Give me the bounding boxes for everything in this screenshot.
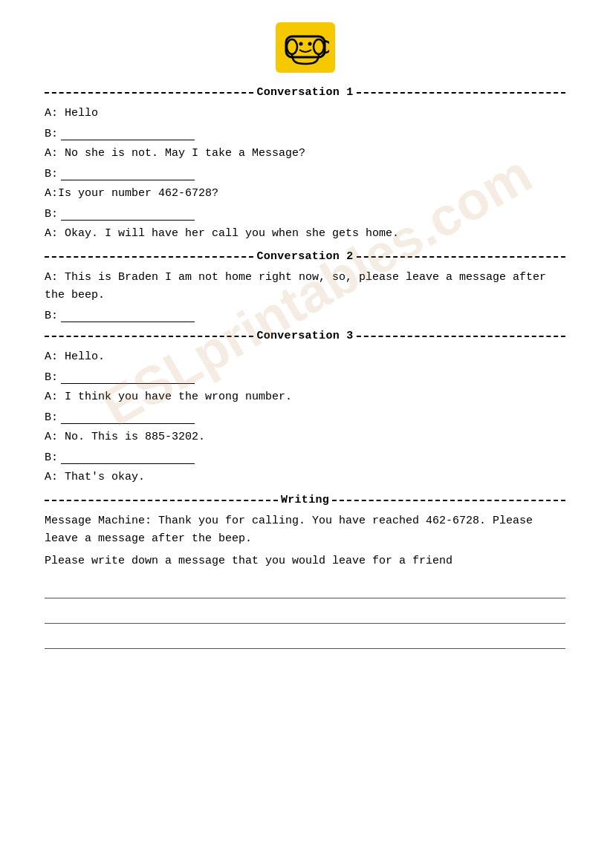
conv2-line1: A: This is Braden I am not home right no… [45,269,565,304]
conversation3-label: Conversation 3 [256,330,353,342]
conversation3-block: A: Hello. B: A: I think you have the wro… [45,348,565,486]
writing-instruction: Please write down a message that you wou… [45,552,565,570]
writing-line-3[interactable] [45,628,565,649]
conv1-speaker5: A: [45,187,58,200]
conv1-speaker4: B: [45,168,58,180]
svg-point-4 [308,42,311,46]
divider-line-right [357,92,565,94]
svg-point-3 [299,42,302,46]
conv3-line1: A: Hello. [45,348,565,366]
header [45,22,565,73]
conv3-text3: I think you have the wrong number. [65,391,292,403]
divider-line-right3 [357,336,565,337]
writing-divider-left [45,500,278,501]
conv3-speaker1: A: [45,350,65,363]
conv2-line2: B: [45,309,565,322]
svg-point-2 [314,39,324,54]
conv1-speaker2: B: [45,128,58,140]
svg-point-1 [287,39,297,54]
conversation1-label: Conversation 1 [256,86,353,99]
conv3-blank1[interactable] [61,371,195,384]
conv3-speaker5: A: [45,431,65,443]
conv1-text7: Okay. I will have her call you when she … [65,227,399,240]
conv3-blank2[interactable] [61,411,195,424]
conv3-line6: B: [45,451,565,464]
conversation1-divider: Conversation 1 [45,86,565,99]
conv3-text5: No. This is 885-3202. [65,431,205,443]
conv3-text1: Hello. [65,350,105,363]
conversation2-label: Conversation 2 [256,250,353,263]
conv1-speaker1: A: [45,107,65,120]
conv3-line3: A: I think you have the wrong number. [45,388,565,406]
writing-divider: Writing [45,494,565,506]
conversation2-block: A: This is Braden I am not home right no… [45,269,565,322]
conv1-speaker3: A: [45,147,65,160]
conv3-line4: B: [45,411,565,424]
conv1-line1: A: Hello [45,105,565,123]
divider-line-left [45,92,253,94]
conv1-text3: No she is not. May I take a Message? [65,147,305,160]
conversation3-divider: Conversation 3 [45,330,565,342]
conv1-line2: B: [45,127,565,140]
conv1-speaker7: A: [45,227,65,240]
conv1-text5: Is your number 462-6728? [58,187,218,200]
conv3-blank3[interactable] [61,451,195,464]
conv1-blank1[interactable] [61,127,195,140]
conv1-speaker6: B: [45,208,58,221]
conv3-speaker2: B: [45,371,58,384]
conv1-line6: B: [45,207,565,221]
conv1-line4: B: [45,167,565,180]
conv2-text1: This is Braden I am not home right now, … [45,271,546,301]
conv1-text1: Hello [65,107,98,120]
writing-section: Message Machine: Thank you for calling. … [45,512,565,649]
divider-line-left2 [45,256,253,258]
conv2-speaker2: B: [45,310,58,322]
conv3-text7: That's okay. [65,471,145,483]
telephone-icon [276,22,335,73]
conversation2-divider: Conversation 2 [45,250,565,263]
conv3-speaker4: B: [45,411,58,424]
conv1-blank3[interactable] [61,207,195,221]
writing-line-2[interactable] [45,603,565,624]
divider-line-left3 [45,336,253,337]
writing-lines [45,578,565,649]
conv3-line5: A: No. This is 885-3202. [45,428,565,446]
conv1-line3: A: No she is not. May I take a Message? [45,145,565,163]
conv1-line5: A:Is your number 462-6728? [45,185,565,203]
conv2-blank1[interactable] [61,309,195,322]
conv3-speaker7: A: [45,471,65,483]
conv1-line7: A: Okay. I will have her call you when s… [45,225,565,243]
divider-line-right2 [357,256,565,258]
conv1-blank2[interactable] [61,167,195,180]
writing-divider-right [332,500,565,501]
conv2-speaker1: A: [45,271,65,284]
writing-machine-text: Message Machine: Thank you for calling. … [45,512,565,548]
conv3-speaker6: B: [45,451,58,464]
conv3-line7: A: That's okay. [45,469,565,486]
writing-line-1[interactable] [45,578,565,598]
writing-label: Writing [281,494,329,506]
conv3-speaker3: A: [45,391,65,403]
conv3-line2: B: [45,371,565,384]
conversation1-block: A: Hello B: A: No she is not. May I take… [45,105,565,243]
